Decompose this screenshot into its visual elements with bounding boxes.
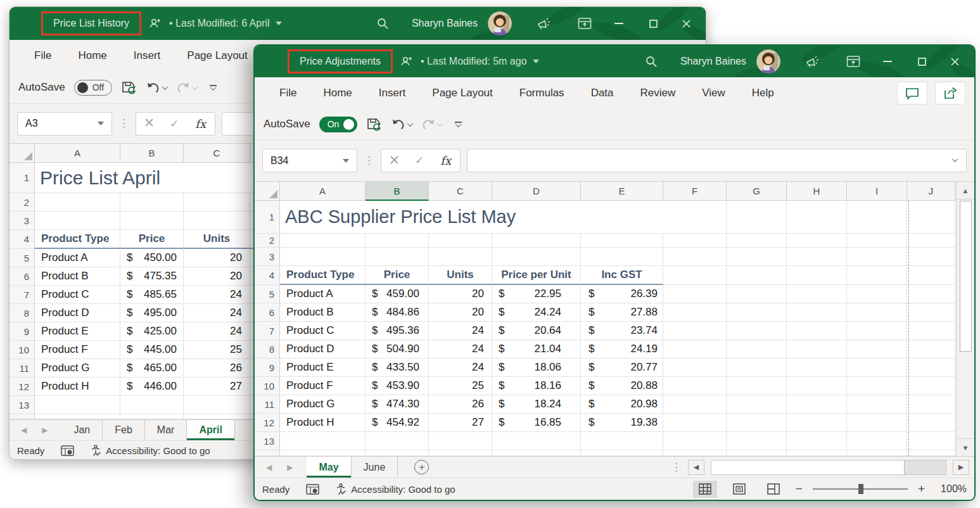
- cell[interactable]: [727, 395, 787, 414]
- cell[interactable]: $20.88: [581, 377, 663, 395]
- drag-handle-dots[interactable]: ⋮: [364, 158, 374, 164]
- row-number[interactable]: 8: [10, 304, 35, 322]
- ribbon-display-options-icon[interactable]: [578, 17, 592, 30]
- cell[interactable]: [787, 322, 847, 340]
- accessibility-status[interactable]: Accessibility: Good to go: [336, 483, 455, 495]
- cell[interactable]: [492, 248, 581, 266]
- cell[interactable]: [727, 285, 787, 303]
- cell[interactable]: [847, 234, 907, 248]
- cell[interactable]: $21.04: [492, 340, 581, 359]
- cell[interactable]: [727, 303, 787, 322]
- cell[interactable]: [847, 266, 907, 285]
- minimize-button[interactable]: [608, 22, 630, 25]
- person-add-icon[interactable]: [400, 56, 413, 67]
- cell[interactable]: [787, 414, 847, 432]
- scroll-right-arrow[interactable]: ▶: [953, 460, 969, 475]
- column-header-B[interactable]: B: [120, 144, 184, 163]
- horizontal-scrollbar[interactable]: [711, 460, 946, 475]
- table-header-cell[interactable]: Units: [184, 230, 250, 249]
- sheet-title-cell[interactable]: ABC Supplier Price List May: [280, 201, 663, 234]
- new-sheet-button[interactable]: +: [414, 460, 429, 474]
- row-number[interactable]: 13: [10, 396, 35, 414]
- cell-product[interactable]: Product H: [280, 414, 366, 432]
- cell[interactable]: [727, 322, 787, 340]
- cell[interactable]: [907, 414, 955, 432]
- vertical-scrollbar[interactable]: ▲ ▼: [956, 182, 974, 456]
- scroll-up-arrow[interactable]: ▲: [957, 182, 974, 200]
- cell[interactable]: $495.00: [120, 304, 184, 322]
- row-number[interactable]: 2: [255, 234, 280, 248]
- cell-units[interactable]: 24: [184, 286, 250, 304]
- cell[interactable]: [907, 303, 955, 322]
- cell[interactable]: [280, 234, 366, 248]
- row-number[interactable]: 12: [10, 378, 35, 396]
- sheet-tab-feb[interactable]: Feb: [103, 420, 145, 440]
- cell[interactable]: [663, 248, 727, 266]
- cell[interactable]: [847, 395, 907, 414]
- cell[interactable]: [907, 201, 955, 234]
- minimize-button[interactable]: [877, 60, 898, 63]
- menu-tab-view[interactable]: View: [689, 87, 739, 99]
- table-header-cell[interactable]: Price per Unit: [492, 266, 581, 285]
- cell[interactable]: $20.64: [492, 322, 581, 340]
- cell[interactable]: [280, 432, 366, 450]
- maximize-button[interactable]: [911, 58, 932, 66]
- scroll-left-arrow[interactable]: ◀: [688, 460, 704, 475]
- cell[interactable]: $484.86: [366, 303, 429, 322]
- cell[interactable]: [847, 285, 907, 303]
- macro-record-icon[interactable]: [306, 484, 319, 495]
- cell[interactable]: [120, 193, 184, 212]
- cell[interactable]: $450.00: [120, 249, 184, 267]
- column-header-A[interactable]: A: [280, 182, 366, 201]
- cell[interactable]: [787, 395, 847, 414]
- column-header-C[interactable]: C: [429, 182, 492, 201]
- cell[interactable]: [847, 201, 907, 234]
- cell-product[interactable]: Product D: [35, 304, 120, 322]
- cell[interactable]: [907, 359, 955, 377]
- cell-units[interactable]: 24: [429, 359, 492, 377]
- cell[interactable]: [35, 193, 120, 212]
- drag-handle-dots[interactable]: ⋮: [118, 120, 129, 127]
- cell-product[interactable]: Product H: [35, 378, 120, 396]
- cell[interactable]: [492, 432, 581, 450]
- cell[interactable]: $20.77: [581, 359, 663, 377]
- column-header-E[interactable]: E: [581, 182, 663, 201]
- redo-button[interactable]: [421, 118, 442, 130]
- cell-units[interactable]: 20: [184, 267, 250, 286]
- cell[interactable]: [663, 266, 727, 285]
- cell[interactable]: [663, 322, 727, 340]
- row-number[interactable]: 6: [255, 303, 280, 322]
- menu-tab-page-layout[interactable]: Page Layout: [174, 49, 260, 62]
- cell-units[interactable]: 20: [184, 249, 250, 267]
- cell-units[interactable]: 24: [429, 340, 492, 359]
- cell-units[interactable]: 25: [184, 341, 250, 359]
- cell[interactable]: [663, 234, 727, 248]
- cell-product[interactable]: Product E: [35, 322, 120, 341]
- row-number[interactable]: 4: [255, 266, 280, 285]
- cell[interactable]: $18.16: [492, 377, 581, 395]
- menu-tab-insert[interactable]: Insert: [120, 49, 174, 62]
- table-header-cell[interactable]: Price: [366, 266, 429, 285]
- cell[interactable]: $18.06: [492, 359, 581, 377]
- cell[interactable]: [847, 303, 907, 322]
- cell-units[interactable]: 24: [429, 322, 492, 340]
- menu-tab-page-layout[interactable]: Page Layout: [419, 87, 506, 99]
- cell-units[interactable]: 25: [429, 377, 492, 395]
- cell[interactable]: [787, 359, 847, 377]
- zoom-out-button[interactable]: −: [796, 482, 803, 496]
- sheet-tab-may[interactable]: May: [307, 457, 351, 478]
- row-number[interactable]: 3: [255, 248, 280, 266]
- cell[interactable]: [907, 285, 955, 303]
- autosave-toggle[interactable]: On: [319, 117, 358, 132]
- insert-function-icon[interactable]: fx: [440, 154, 451, 167]
- cell-units[interactable]: 20: [429, 303, 492, 322]
- maximize-button[interactable]: [642, 20, 664, 28]
- cell[interactable]: [847, 359, 907, 377]
- insert-function-icon[interactable]: fx: [195, 117, 206, 130]
- next-sheet-arrow[interactable]: ▶: [287, 463, 293, 472]
- cell-product[interactable]: Product F: [35, 341, 120, 359]
- save-button[interactable]: [366, 117, 383, 132]
- zoom-slider-thumb[interactable]: [858, 484, 863, 494]
- cell-units[interactable]: 20: [429, 285, 492, 303]
- cell[interactable]: [787, 201, 847, 234]
